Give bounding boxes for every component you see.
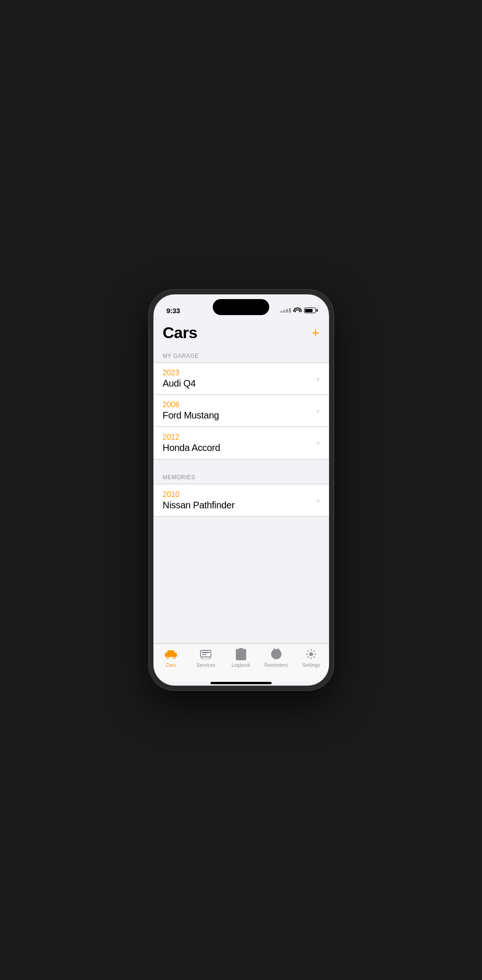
car-name: Ford Mustang xyxy=(163,410,219,421)
dynamic-island xyxy=(213,299,269,315)
phone-frame: 9:33 Cars + MY GARAGE xyxy=(149,290,334,690)
tab-logbook-label: Logbook xyxy=(232,663,250,668)
car-name: Audi Q4 xyxy=(163,378,196,389)
car-year: 2012 xyxy=(163,433,220,442)
section-spacer xyxy=(153,459,329,469)
battery-fill xyxy=(305,309,313,312)
tab-settings-label: Settings xyxy=(302,663,320,668)
memories-header: MEMORIES xyxy=(153,469,329,484)
svg-point-3 xyxy=(167,657,168,658)
settings-icon xyxy=(305,648,318,661)
logbook-icon xyxy=(234,648,248,661)
main-content: Cars + MY GARAGE 2023 Audi Q4 › xyxy=(153,320,329,643)
home-bar xyxy=(210,682,272,684)
tab-logbook[interactable]: Logbook xyxy=(224,648,259,668)
svg-point-4 xyxy=(173,657,175,658)
car-name: Honda Accord xyxy=(163,443,220,453)
svg-line-16 xyxy=(273,648,274,649)
memories-list: 2010 Nissan Pathfinder › xyxy=(153,484,329,517)
status-bar: 9:33 xyxy=(153,294,329,320)
header-area: Cars + xyxy=(153,320,329,348)
tab-cars[interactable]: Cars xyxy=(153,648,189,668)
battery-icon xyxy=(304,308,316,313)
svg-rect-5 xyxy=(201,650,211,657)
chevron-right-icon: › xyxy=(317,439,319,447)
svg-rect-9 xyxy=(239,648,243,650)
page-title: Cars xyxy=(163,324,198,342)
tab-reminders[interactable]: Reminders xyxy=(258,648,294,668)
tab-cars-label: Cars xyxy=(166,663,176,668)
svg-point-18 xyxy=(310,653,313,656)
car-item-ford-mustang[interactable]: 2006 Ford Mustang › xyxy=(153,395,329,427)
car-item-audi-q4-content: 2023 Audi Q4 xyxy=(163,369,196,389)
car-year: 2010 xyxy=(163,490,235,499)
tab-services[interactable]: Services xyxy=(188,648,224,668)
svg-rect-0 xyxy=(165,653,177,657)
car-item-honda-accord-content: 2012 Honda Accord xyxy=(163,433,220,453)
car-name: Nissan Pathfinder xyxy=(163,500,235,511)
chevron-right-icon: › xyxy=(317,375,319,383)
tab-bar: Cars Services xyxy=(153,643,329,682)
cars-icon xyxy=(164,648,177,661)
car-item-nissan-content: 2010 Nissan Pathfinder xyxy=(163,490,235,511)
car-item-ford-mustang-content: 2006 Ford Mustang xyxy=(163,401,219,421)
tab-reminders-label: Reminders xyxy=(265,663,288,668)
car-item-nissan-pathfinder[interactable]: 2010 Nissan Pathfinder › xyxy=(153,484,329,516)
signal-icon xyxy=(281,308,291,313)
svg-rect-6 xyxy=(202,652,209,653)
memories-section: MEMORIES 2010 Nissan Pathfinder › xyxy=(153,469,329,517)
services-icon xyxy=(199,648,212,661)
screen: 9:33 Cars + MY GARAGE xyxy=(153,294,329,686)
my-garage-list: 2023 Audi Q4 › 2006 Ford Mustang › xyxy=(153,363,329,459)
chevron-right-icon: › xyxy=(317,496,319,505)
status-time: 9:33 xyxy=(167,307,180,315)
tab-services-label: Services xyxy=(196,663,215,668)
home-indicator xyxy=(153,682,329,686)
chevron-right-icon: › xyxy=(317,407,319,415)
tab-settings[interactable]: Settings xyxy=(294,648,329,668)
wifi-icon xyxy=(294,308,301,313)
status-icons xyxy=(281,308,316,313)
car-year: 2006 xyxy=(163,401,219,409)
my-garage-label: MY GARAGE xyxy=(163,353,199,359)
add-button[interactable]: + xyxy=(312,326,319,340)
memories-label: MEMORIES xyxy=(163,474,195,481)
car-year: 2023 xyxy=(163,369,196,377)
reminders-icon xyxy=(270,648,283,661)
svg-line-17 xyxy=(278,648,279,649)
car-item-audi-q4[interactable]: 2023 Audi Q4 › xyxy=(153,363,329,395)
my-garage-header: MY GARAGE xyxy=(153,348,329,363)
my-garage-section: MY GARAGE 2023 Audi Q4 › 2006 Ford Musta xyxy=(153,348,329,459)
car-item-honda-accord[interactable]: 2012 Honda Accord › xyxy=(153,427,329,459)
svg-rect-7 xyxy=(202,654,207,655)
